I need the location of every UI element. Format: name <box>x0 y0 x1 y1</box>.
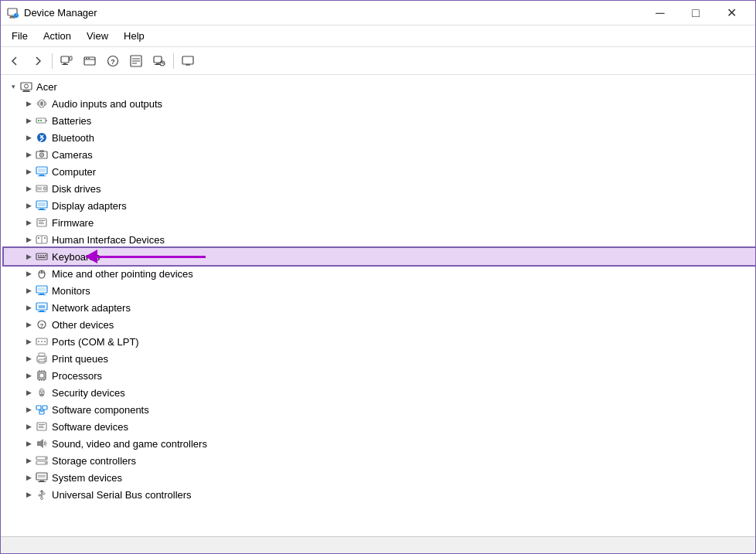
expand-arrow-bluetooth[interactable]: ▶ <box>22 131 35 144</box>
help-button[interactable]: ? <box>102 50 124 72</box>
expand-arrow-system[interactable]: ▶ <box>22 471 35 484</box>
svg-point-100 <box>41 391 43 393</box>
tree-item-monitors[interactable]: ▶ Monitors <box>4 282 755 299</box>
expand-arrow-network[interactable]: ▶ <box>22 301 35 314</box>
print-icon <box>35 352 49 365</box>
tree-item-usb[interactable]: ▶ Universal S <box>4 486 755 503</box>
svg-rect-103 <box>36 406 41 410</box>
menu-help[interactable]: Help <box>116 27 152 45</box>
minimize-button[interactable]: ─ <box>642 1 678 25</box>
expand-arrow-processors[interactable]: ▶ <box>22 369 35 382</box>
acer-children: ▶ Audio inputs and outputs <box>4 95 755 503</box>
tree-item-other[interactable]: ▶ ? Other devices <box>4 316 755 333</box>
expand-arrow-ports[interactable]: ▶ <box>22 335 35 348</box>
expand-arrow-cameras[interactable]: ▶ <box>22 148 35 161</box>
title-bar-left: Device Manager <box>7 7 97 19</box>
expand-arrow-other[interactable]: ▶ <box>22 318 35 331</box>
tree-item-sound[interactable]: ▶ Sound, video and game controllers <box>4 435 755 452</box>
arrow-head <box>85 250 97 263</box>
back-button[interactable] <box>4 50 26 72</box>
mice-icon <box>35 267 49 280</box>
disk-label: Disk drives <box>52 183 101 195</box>
expand-arrow-batteries[interactable]: ▶ <box>22 114 35 127</box>
expand-arrow-sound[interactable]: ▶ <box>22 437 35 450</box>
display-icon <box>35 199 49 212</box>
expand-arrow-firmware[interactable]: ▶ <box>22 216 35 229</box>
expand-arrow-computer[interactable]: ▶ <box>22 165 35 178</box>
overview-button[interactable] <box>56 50 77 72</box>
svg-rect-72 <box>38 287 46 291</box>
expand-arrow-monitors[interactable]: ▶ <box>22 284 35 297</box>
tree-item-processors[interactable]: ▶ <box>4 367 755 384</box>
expand-arrow-mice[interactable]: ▶ <box>22 267 35 280</box>
tree-item-network[interactable]: ▶ Network adapters <box>4 299 755 316</box>
tree-item-print[interactable]: ▶ Print queues <box>4 350 755 367</box>
acer-icon <box>19 80 33 93</box>
tree-item-bluetooth[interactable]: ▶ Bluetooth <box>4 129 755 146</box>
svg-rect-5 <box>63 63 66 64</box>
expand-arrow-display[interactable]: ▶ <box>22 199 35 212</box>
tree-item-disk[interactable]: ▶ Disk drives <box>4 180 755 197</box>
tree-item-system[interactable]: ▶ System devices <box>4 469 755 486</box>
expand-arrow-hid[interactable]: ▶ <box>22 233 35 246</box>
expand-arrow-acer[interactable]: ▾ <box>7 80 19 93</box>
svg-rect-60 <box>44 237 46 239</box>
tree-item-security[interactable]: ▶ Security devices <box>4 384 755 401</box>
tree-item-firmware[interactable]: ▶ Firmware <box>4 214 755 231</box>
svg-rect-104 <box>43 406 47 410</box>
tree-item-storage[interactable]: ▶ Storage controllers <box>4 452 755 469</box>
maximize-button[interactable]: □ <box>678 1 713 25</box>
expand-arrow-storage[interactable]: ▶ <box>22 454 35 467</box>
other-icon: ? <box>35 318 49 331</box>
tree-item-computer[interactable]: ▶ Computer <box>4 163 755 180</box>
properties-button[interactable] <box>125 50 147 72</box>
scan-button[interactable] <box>148 50 170 72</box>
svg-rect-43 <box>38 168 46 172</box>
display-button[interactable] <box>177 50 199 72</box>
tree-item-software-devices[interactable]: ▶ Software devices <box>4 418 755 435</box>
tree-item-mice[interactable]: ▶ Mice and other pointing devices <box>4 265 755 282</box>
sound-label: Sound, video and game controllers <box>52 438 207 450</box>
svg-rect-63 <box>40 255 42 257</box>
monitors-label: Monitors <box>52 285 90 297</box>
expand-arrow-audio[interactable]: ▶ <box>22 97 35 110</box>
acer-label: Acer <box>36 81 57 93</box>
toolbar-separator-1 <box>52 53 53 69</box>
svg-rect-110 <box>39 426 43 427</box>
firmware-label: Firmware <box>52 217 94 229</box>
expand-arrow-print[interactable]: ▶ <box>22 352 35 365</box>
tree-item-hid[interactable]: ▶ Human Interface Devices <box>4 231 755 248</box>
tree-item-display[interactable]: ▶ Display adapters <box>4 197 755 214</box>
svg-text:?: ? <box>111 58 115 66</box>
expand-arrow-keyboards[interactable]: ▶ <box>22 250 35 263</box>
expand-arrow-software-components[interactable]: ▶ <box>22 403 35 416</box>
svg-rect-22 <box>182 56 193 64</box>
title-bar: Device Manager ─ □ ✕ <box>1 1 755 25</box>
tree-item-batteries[interactable]: ▶ Batteries <box>4 112 755 129</box>
software-components-label: Software components <box>52 404 149 416</box>
expand-arrow-usb[interactable]: ▶ <box>22 488 35 501</box>
tree-item-acer[interactable]: ▾ Acer <box>4 78 755 95</box>
forward-button[interactable] <box>27 50 49 72</box>
tree-item-software-components[interactable]: ▶ Software components <box>4 401 755 418</box>
console-button[interactable] <box>79 50 100 72</box>
menu-file[interactable]: File <box>4 27 36 45</box>
svg-rect-74 <box>38 294 46 295</box>
tree-root: ▾ Acer ▶ <box>1 78 755 503</box>
device-manager-window: Device Manager ─ □ ✕ File Action View He… <box>0 0 756 554</box>
tree-area[interactable]: ▾ Acer ▶ <box>1 75 755 536</box>
expand-arrow-software-devices[interactable]: ▶ <box>22 420 35 433</box>
svg-rect-55 <box>39 222 43 223</box>
svg-rect-112 <box>37 441 40 446</box>
processors-label: Processors <box>52 370 102 382</box>
tree-item-cameras[interactable]: ▶ Cameras <box>4 146 755 163</box>
expand-arrow-security[interactable]: ▶ <box>22 386 35 399</box>
expand-arrow-disk[interactable]: ▶ <box>22 182 35 195</box>
menu-view[interactable]: View <box>79 27 116 45</box>
menu-action[interactable]: Action <box>36 27 79 45</box>
svg-point-116 <box>45 462 46 464</box>
network-label: Network adapters <box>52 302 131 314</box>
close-button[interactable]: ✕ <box>713 1 749 25</box>
tree-item-ports[interactable]: ▶ Ports (COM & LPT) <box>4 333 755 350</box>
tree-item-audio[interactable]: ▶ Audio inputs and outputs <box>4 95 755 112</box>
